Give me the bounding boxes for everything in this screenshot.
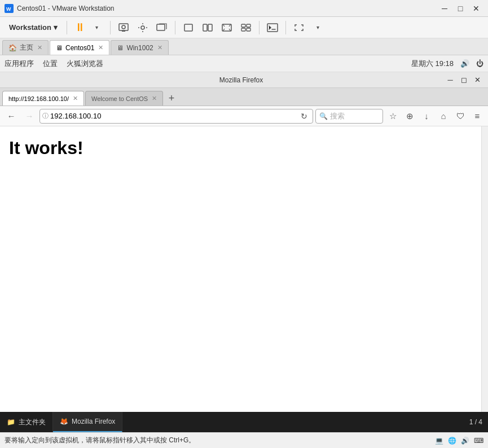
ff-reload-btn[interactable]: ↻: [298, 110, 310, 122]
win-tab-close[interactable]: ✕: [157, 44, 162, 51]
vm-tab-win[interactable]: 🖥 Win1002 ✕: [111, 40, 168, 55]
title-bar-controls: ─ □ ✕: [437, 3, 483, 14]
restore-button[interactable]: [153, 20, 170, 36]
status-icon-2: 🌐: [448, 437, 456, 445]
svg-rect-2: [119, 24, 128, 30]
status-icon-1: 💻: [435, 437, 443, 445]
svg-text:W: W: [6, 6, 11, 12]
ff-menu-btn[interactable]: ≡: [470, 109, 485, 124]
ff-lock-icon: ⓘ: [42, 112, 49, 120]
ff-tab-1[interactable]: http://192.168.100.10/ ✕: [2, 91, 84, 106]
vmware-icon: W: [5, 4, 14, 13]
firefox-window-controls: ─ ◻ ✕: [444, 75, 483, 85]
ff-tab-2[interactable]: Welcome to CentOS ✕: [85, 91, 163, 106]
status-bar: 要将输入定向到该虚拟机，请将鼠标指针移入其中或按 Ctrl+G。 💻 🌐 🔊 ⌨: [0, 432, 488, 448]
ff-minimize-btn[interactable]: ─: [444, 75, 456, 85]
snapshot-button[interactable]: [115, 20, 132, 36]
svg-point-3: [122, 25, 125, 29]
datetime-label: 星期六 19:18: [411, 59, 454, 69]
svg-rect-6: [157, 24, 165, 30]
maximize-button[interactable]: □: [453, 3, 468, 14]
files-label: 主文件夹: [19, 418, 46, 427]
files-icon: 📁: [7, 418, 15, 426]
home-tab-close[interactable]: ✕: [37, 44, 42, 51]
firefox-title: Mozilla Firefox: [38, 76, 444, 84]
workstation-label: Workstation: [9, 23, 51, 32]
ff-shield-btn[interactable]: 🛡: [453, 109, 468, 124]
ff-page-content[interactable]: It works!: [0, 126, 481, 412]
ff-url-input[interactable]: [50, 112, 298, 120]
svg-rect-11: [241, 24, 245, 27]
status-icon-3: 🔊: [461, 437, 469, 445]
vm-tab-home[interactable]: 🏠 主页 ✕: [2, 40, 49, 55]
view-split[interactable]: [199, 20, 216, 36]
ff-tab-1-label: http://192.168.100.10/: [8, 95, 69, 102]
settings-button[interactable]: [134, 20, 151, 36]
svg-point-5: [141, 26, 144, 29]
pause-dropdown[interactable]: ▾: [89, 20, 105, 36]
menu-apps[interactable]: 应用程序: [5, 59, 34, 69]
dropdown-arrow: ▾: [54, 23, 58, 32]
toolbar-separator-4: [259, 21, 260, 34]
fullscreen-button[interactable]: [291, 20, 307, 36]
title-bar: W Centos01 - VMware Workstation ─ □ ✕: [0, 0, 488, 17]
toolbar-separator-5: [285, 21, 286, 34]
home-tab-icon: 🏠: [8, 44, 17, 52]
status-icons: 💻 🌐 🔊 ⌨: [435, 437, 483, 445]
vm-tab-centos[interactable]: 🖥 Centos01 ✕: [50, 40, 109, 55]
win-tab-label: Win1002: [126, 44, 153, 52]
status-icon-4: ⌨: [474, 437, 483, 445]
app-container: W Centos01 - VMware Workstation ─ □ ✕ Wo…: [0, 0, 488, 448]
firefox-address-bar: ← → ⓘ ↻ 🔍 搜索 ☆ ⊕ ↓ ⌂ 🛡: [0, 106, 488, 126]
vm-content-area: Mozilla Firefox ─ ◻ ✕ http://192.168.100…: [0, 72, 488, 412]
ff-close-btn[interactable]: ✕: [471, 75, 483, 85]
toolbar-separator-1: [67, 21, 67, 34]
status-text: 要将输入定向到该虚拟机，请将鼠标指针移入其中或按 Ctrl+G。: [5, 436, 195, 445]
win-taskbar: 📁 主文件夹 🦊 Mozilla Firefox 1 / 4: [0, 412, 488, 432]
ff-download-btn[interactable]: ↓: [419, 109, 434, 124]
taskbar-item-files[interactable]: 📁 主文件夹: [0, 412, 53, 432]
ff-maximize-btn[interactable]: ◻: [458, 75, 470, 85]
menu-firefox[interactable]: 火狐浏览器: [67, 59, 103, 69]
svg-rect-8: [203, 24, 207, 31]
ff-pocket-btn[interactable]: ⊕: [402, 109, 417, 124]
close-button[interactable]: ✕: [469, 3, 483, 14]
page-heading: It works!: [9, 138, 472, 159]
menu-location[interactable]: 位置: [43, 59, 58, 69]
centos-tab-close[interactable]: ✕: [98, 44, 103, 51]
taskbar-item-firefox[interactable]: 🦊 Mozilla Firefox: [53, 412, 122, 432]
ff-new-tab-btn[interactable]: +: [164, 91, 179, 106]
minimize-button[interactable]: ─: [437, 3, 452, 14]
firefox-window: Mozilla Firefox ─ ◻ ✕ http://192.168.100…: [0, 72, 488, 412]
svg-rect-15: [267, 24, 278, 32]
ff-home-btn[interactable]: ⌂: [436, 109, 451, 124]
centos-tab-label: Centos01: [65, 44, 94, 52]
ff-tab-2-close[interactable]: ✕: [152, 95, 157, 102]
svg-rect-12: [247, 24, 250, 27]
title-bar-text: Centos01 - VMware Workstation: [17, 5, 437, 12]
ff-back-btn[interactable]: ←: [3, 109, 19, 124]
ff-tab-1-close[interactable]: ✕: [73, 95, 78, 102]
vm-tabs: 🏠 主页 ✕ 🖥 Centos01 ✕ 🖥 Win1002 ✕: [0, 38, 488, 55]
display-dropdown[interactable]: ▾: [310, 20, 327, 36]
taskbar-page-indicator: 1 / 4: [464, 418, 488, 426]
pause-group: ⏸ ▾: [72, 20, 105, 36]
search-placeholder: 搜索: [330, 111, 345, 121]
guest-menu: 应用程序 位置 火狐浏览器: [5, 59, 103, 69]
ff-bookmark-btn[interactable]: ☆: [385, 109, 400, 124]
view-grid[interactable]: [238, 20, 254, 36]
volume-icon: 🔊: [460, 59, 469, 68]
firefox-tab-bar: http://192.168.100.10/ ✕ Welcome to Cent…: [0, 88, 488, 106]
ff-forward-btn[interactable]: →: [21, 109, 37, 124]
guest-toolbar: 应用程序 位置 火狐浏览器 星期六 19:18 🔊 ⏻: [0, 55, 488, 72]
toolbar-separator-3: [175, 21, 175, 34]
power-icon[interactable]: ⏻: [476, 59, 483, 68]
workstation-menu[interactable]: Workstation ▾: [5, 21, 62, 34]
view-full[interactable]: [218, 20, 235, 36]
console-button[interactable]: [264, 20, 281, 36]
pause-button[interactable]: ⏸: [72, 20, 89, 36]
firefox-taskbar-label: Mozilla Firefox: [72, 418, 115, 425]
view-single[interactable]: [180, 20, 197, 36]
svg-rect-4: [122, 30, 125, 32]
ff-scrollbar[interactable]: [481, 126, 488, 412]
